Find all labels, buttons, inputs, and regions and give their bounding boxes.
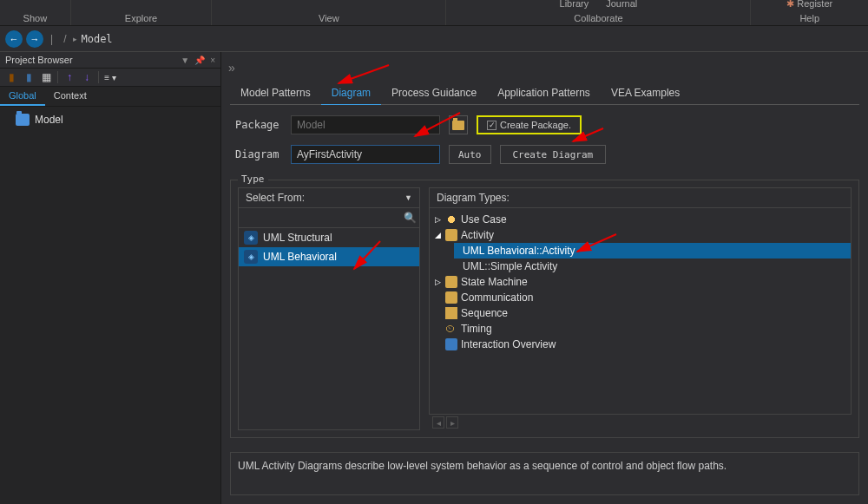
communication-icon [445, 291, 457, 304]
ribbon-sub-library[interactable]: Library [560, 0, 589, 9]
tree-item-model[interactable]: Model [0, 112, 220, 128]
ribbon-group-view[interactable]: View [212, 0, 446, 25]
activity-icon [445, 229, 457, 241]
dtree-use-case[interactable]: ▷ Use Case [430, 212, 851, 227]
browser-tabs: Global Context [0, 87, 220, 107]
breadcrumb-separator: | [50, 33, 53, 45]
expand-icon[interactable]: ▷ [433, 215, 442, 224]
content-tabs: Model Patterns Diagram Process Guidance … [230, 82, 859, 105]
tab-context[interactable]: Context [45, 87, 95, 106]
panel-menu-icon[interactable]: ▼ [181, 56, 189, 65]
tab-application-patterns[interactable]: Application Patterns [487, 82, 601, 104]
create-package-checkbox-wrap[interactable]: ✓ Create Package. [477, 115, 582, 134]
new-file-icon[interactable]: ▮ [5, 71, 17, 83]
panel-pin-icon[interactable]: 📌 [194, 56, 205, 65]
ribbon-group-collaborate[interactable]: Library Journal Collaborate [446, 0, 751, 25]
ribbon-group-explore[interactable]: Explore [71, 0, 213, 25]
breadcrumb-separator: / [63, 33, 66, 45]
ribbon-label: Help [799, 13, 819, 23]
auto-button[interactable]: Auto [449, 145, 491, 164]
project-tree: Model [0, 107, 220, 504]
diagram-types-header: Diagram Types: [429, 187, 852, 208]
description-box: UML Activity Diagrams describe low-level… [230, 452, 859, 495]
dtree-activity[interactable]: ◢ Activity [430, 227, 851, 243]
search-row: 🔍 [238, 208, 420, 228]
tab-process-guidance[interactable]: Process Guidance [381, 82, 487, 104]
dtree-label: Activity [461, 229, 494, 241]
diagram-label: Diagram [235, 148, 282, 160]
diagram-types-column: Diagram Types: ▷ Use Case ◢ [429, 187, 852, 430]
save-icon[interactable]: ▮ [23, 71, 35, 83]
ribbon-group-show[interactable]: Show [0, 0, 71, 25]
chevron-right-icon: ▸ [73, 35, 77, 43]
type-legend: Type [238, 173, 268, 185]
diagram-name-input[interactable] [291, 145, 440, 164]
ribbon-sub-register[interactable]: ✱ Register [786, 0, 832, 10]
scroll-controls: ◂ ▸ [429, 415, 852, 430]
interaction-icon [445, 338, 457, 350]
panel-close-icon[interactable]: × [210, 56, 215, 65]
package-label: Package [235, 119, 282, 131]
list-item-uml-behavioral[interactable]: ◈ UML Behavioral [239, 247, 419, 266]
use-case-icon [445, 213, 457, 226]
navbar: ← → | / ▸ Model [0, 26, 868, 52]
move-up-icon[interactable]: ↑ [63, 71, 76, 83]
list-item-uml-structural[interactable]: ◈ UML Structural [239, 228, 419, 247]
checkbox-icon[interactable]: ✓ [487, 121, 496, 130]
diagram-types-label: Diagram Types: [437, 192, 510, 204]
tab-model-patterns[interactable]: Model Patterns [230, 82, 321, 104]
ribbon: Show Explore View Library Journal Collab… [0, 0, 868, 26]
scroll-left-icon[interactable]: ◂ [432, 416, 444, 429]
tab-vea-examples[interactable]: VEA Examples [601, 82, 690, 104]
create-diagram-button[interactable]: Create Diagram [500, 145, 607, 164]
dtree-timing[interactable]: Timing [430, 321, 851, 337]
chevron-down-icon: ▼ [404, 193, 412, 202]
breadcrumb-model[interactable]: Model [81, 33, 112, 45]
tree-item-label: Model [35, 114, 63, 126]
ribbon-sub-journal[interactable]: Journal [606, 0, 637, 9]
tab-diagram[interactable]: Diagram [321, 82, 381, 105]
ribbon-label: Explore [125, 13, 157, 23]
dtree-label: Communication [461, 291, 533, 304]
collapse-icon[interactable]: ◢ [433, 231, 442, 239]
move-down-icon[interactable]: ↓ [81, 71, 93, 83]
package-input[interactable] [291, 115, 440, 134]
nav-back-button[interactable]: ← [5, 30, 23, 48]
dtree-interaction-overview[interactable]: Interaction Overview [430, 337, 851, 352]
dtree-uml-simple-activity[interactable]: UML::Simple Activity [454, 259, 851, 274]
diagram-types-list: ▷ Use Case ◢ Activity U [429, 208, 852, 415]
browse-package-button[interactable] [449, 115, 468, 134]
grid-icon[interactable]: ▦ [40, 71, 52, 83]
hamburger-icon[interactable]: ≡ ▾ [104, 71, 116, 83]
ribbon-group-help[interactable]: ✱ Register Help [751, 0, 868, 25]
dtree-label: Sequence [461, 307, 508, 319]
sequence-icon [445, 307, 457, 319]
select-from-column: Select From: ▼ 🔍 ◈ UML Structural ◈ [238, 187, 420, 430]
nav-forward-button[interactable]: → [26, 30, 43, 48]
ribbon-label: View [319, 13, 339, 23]
select-from-dropdown[interactable]: Select From: ▼ [238, 187, 420, 208]
dtree-state-machine[interactable]: ▷ State Machine [430, 274, 851, 290]
expand-button[interactable]: » [221, 59, 868, 76]
type-fieldset: Type Select From: ▼ 🔍 ◈ UML Structural [230, 180, 859, 438]
list-item-label: UML Behavioral [263, 251, 337, 263]
create-package-label: Create Package. [500, 120, 571, 130]
uml-icon: ◈ [244, 250, 258, 264]
dtree-communication[interactable]: Communication [430, 290, 851, 305]
toolbar-separator [57, 71, 58, 83]
project-browser-panel: Project Browser ▼ 📌 × ▮ ▮ ▦ ↑ ↓ ≡ ▾ Glob… [0, 52, 221, 504]
tab-global[interactable]: Global [0, 87, 45, 106]
search-icon[interactable]: 🔍 [404, 212, 416, 224]
select-from-list: ◈ UML Structural ◈ UML Behavioral [238, 228, 420, 430]
ribbon-label: Collaborate [574, 13, 622, 23]
expand-icon[interactable]: ▷ [433, 278, 442, 286]
dtree-uml-behavioral-activity[interactable]: UML Behavioral::Activity [454, 243, 851, 259]
main-content: » Model Patterns Diagram Process Guidanc… [221, 52, 868, 504]
scroll-right-icon[interactable]: ▸ [446, 416, 458, 429]
dtree-label: UML::Simple Activity [463, 260, 557, 272]
dtree-sequence[interactable]: Sequence [430, 305, 851, 321]
panel-title-bar: Project Browser ▼ 📌 × [0, 52, 220, 69]
folder-icon [452, 121, 464, 130]
panel-title: Project Browser [5, 55, 73, 65]
state-machine-icon [445, 276, 457, 288]
